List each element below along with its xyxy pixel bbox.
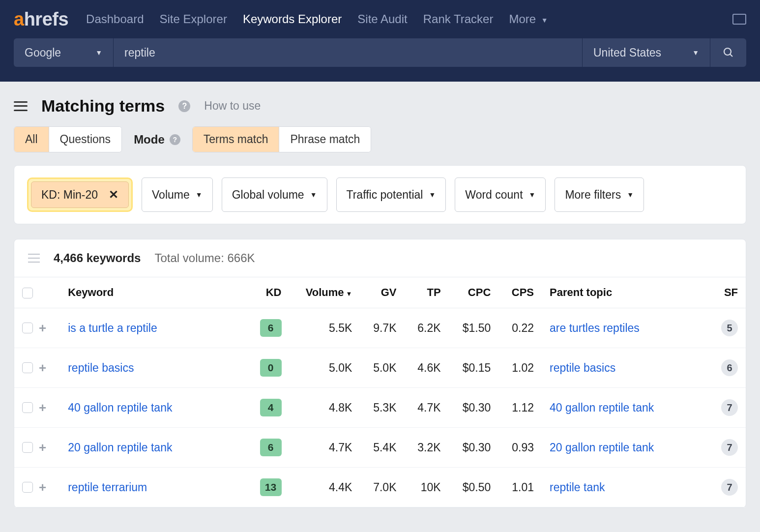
nav-site-explorer[interactable]: Site Explorer — [159, 12, 227, 26]
tab-questions[interactable]: Questions — [49, 127, 122, 152]
row-checkbox[interactable] — [22, 482, 33, 493]
cell-cps: 0.22 — [498, 308, 542, 348]
col-cps[interactable]: CPS — [498, 277, 542, 308]
expand-icon[interactable]: + — [39, 480, 46, 495]
tab-terms-match[interactable]: Terms match — [193, 127, 279, 152]
expand-icon[interactable]: + — [39, 321, 46, 335]
cell-volume: 4.7K — [290, 428, 360, 468]
col-cpc[interactable]: CPC — [449, 277, 499, 308]
help-icon[interactable]: ? — [170, 134, 180, 145]
col-volume[interactable]: Volume▼ — [290, 277, 360, 308]
filter-traffic-potential[interactable]: Traffic potential▼ — [336, 177, 446, 212]
row-checkbox[interactable] — [22, 362, 33, 373]
filter-global-volume[interactable]: Global volume▼ — [222, 177, 327, 212]
nav-more[interactable]: More ▼ — [509, 12, 548, 26]
expand-icon[interactable]: + — [39, 440, 46, 455]
results-total-volume: Total volume: 666K — [154, 251, 255, 265]
sf-badge[interactable]: 6 — [721, 359, 738, 376]
expand-icon[interactable]: + — [39, 360, 46, 375]
row-checkbox[interactable] — [22, 323, 33, 333]
row-checkbox[interactable] — [22, 402, 33, 413]
close-icon[interactable]: ✕ — [109, 188, 118, 202]
brand-logo-a: a — [14, 9, 24, 30]
active-filter-highlight: KD: Min-20 ✕ — [27, 177, 133, 212]
row-checkbox[interactable] — [22, 442, 33, 453]
sf-badge[interactable]: 5 — [721, 320, 738, 336]
chevron-down-icon: ▼ — [95, 49, 102, 57]
results-count: 4,466 keywords — [54, 251, 141, 265]
sf-badge[interactable]: 7 — [721, 479, 738, 496]
cell-cps: 1.12 — [498, 388, 542, 428]
cell-gv: 5.4K — [360, 428, 404, 468]
filter-more-filters[interactable]: More filters▼ — [555, 177, 644, 212]
search-row: Google ▼ United States ▼ — [0, 38, 760, 82]
cell-volume: 4.4K — [290, 468, 360, 507]
chevron-down-icon: ▼ — [310, 191, 317, 199]
col-tp[interactable]: TP — [404, 277, 448, 308]
expand-icon[interactable]: + — [39, 400, 46, 415]
parent-topic-link[interactable]: reptile tank — [550, 481, 605, 494]
keyword-link[interactable]: reptile terrarium — [68, 481, 147, 494]
list-icon[interactable] — [28, 254, 40, 263]
results-card: 4,466 keywords Total volume: 666K Keywor… — [14, 239, 746, 508]
filter-word-count[interactable]: Word count▼ — [455, 177, 546, 212]
parent-topic-link[interactable]: 40 gallon reptile tank — [550, 401, 654, 414]
monitor-icon[interactable] — [732, 14, 746, 25]
tab-phrase-match[interactable]: Phrase match — [279, 127, 371, 152]
cell-gv: 5.0K — [360, 348, 404, 388]
nav-keywords-explorer[interactable]: Keywords Explorer — [243, 12, 342, 26]
keyword-link[interactable]: 20 gallon reptile tank — [68, 441, 172, 454]
col-keyword[interactable]: Keyword — [60, 277, 247, 308]
keyword-link[interactable]: 40 gallon reptile tank — [68, 401, 172, 414]
tabs-row: All Questions Mode ? Terms match Phrase … — [0, 126, 760, 165]
table-row: +20 gallon reptile tank64.7K5.4K3.2K$0.3… — [14, 428, 746, 468]
keyword-link[interactable]: is a turtle a reptile — [68, 322, 157, 334]
col-sf[interactable]: SF — [709, 277, 746, 308]
mode-label: Mode ? — [134, 133, 180, 147]
filter-volume[interactable]: Volume▼ — [142, 177, 213, 212]
search-button[interactable] — [710, 38, 746, 67]
how-to-use-link[interactable]: How to use — [204, 99, 261, 113]
nav-more-label: More — [509, 12, 536, 26]
kd-badge: 0 — [260, 359, 282, 377]
cell-gv: 7.0K — [360, 468, 404, 507]
brand-logo[interactable]: ahrefs — [14, 9, 68, 30]
topbar-right — [732, 14, 746, 25]
sf-badge[interactable]: 7 — [721, 399, 738, 416]
scope-tabs: All Questions — [14, 126, 122, 152]
country-select[interactable]: United States ▼ — [582, 38, 710, 67]
chevron-down-icon: ▼ — [529, 191, 536, 199]
kd-badge: 4 — [260, 399, 282, 416]
keyword-link[interactable]: reptile basics — [68, 361, 134, 374]
filter-label: Global volume — [232, 188, 304, 202]
cell-cps: 1.01 — [498, 468, 542, 507]
cell-cps: 1.02 — [498, 348, 542, 388]
keyword-search-input[interactable] — [124, 46, 571, 59]
sort-desc-icon: ▼ — [346, 290, 352, 297]
col-gv[interactable]: GV — [360, 277, 404, 308]
nav-dashboard[interactable]: Dashboard — [86, 12, 144, 26]
parent-topic-link[interactable]: reptile basics — [550, 361, 615, 374]
sidebar-toggle-icon[interactable] — [14, 101, 28, 111]
cell-tp: 3.2K — [404, 428, 448, 468]
cell-cps: 0.93 — [498, 428, 542, 468]
search-engine-label: Google — [25, 46, 61, 59]
parent-topic-link[interactable]: are turtles reptiles — [550, 322, 640, 334]
top-navbar: ahrefs Dashboard Site Explorer Keywords … — [0, 0, 760, 38]
col-parent-topic[interactable]: Parent topic — [542, 277, 709, 308]
table-row: +is a turtle a reptile65.5K9.7K6.2K$1.50… — [14, 308, 746, 348]
parent-topic-link[interactable]: 20 gallon reptile tank — [550, 441, 654, 454]
help-icon[interactable]: ? — [178, 100, 190, 112]
page-title: Matching terms — [41, 96, 165, 116]
select-all-checkbox[interactable] — [22, 288, 33, 298]
tab-all[interactable]: All — [14, 127, 49, 152]
search-engine-select[interactable]: Google ▼ — [14, 38, 114, 67]
nav-links: Dashboard Site Explorer Keywords Explore… — [86, 12, 548, 26]
filter-kd-active[interactable]: KD: Min-20 ✕ — [31, 181, 129, 208]
filter-label: Word count — [465, 188, 523, 202]
col-kd[interactable]: KD — [247, 277, 289, 308]
chevron-down-icon: ▼ — [627, 191, 634, 199]
nav-rank-tracker[interactable]: Rank Tracker — [423, 12, 494, 26]
sf-badge[interactable]: 7 — [721, 439, 738, 456]
nav-site-audit[interactable]: Site Audit — [357, 12, 407, 26]
